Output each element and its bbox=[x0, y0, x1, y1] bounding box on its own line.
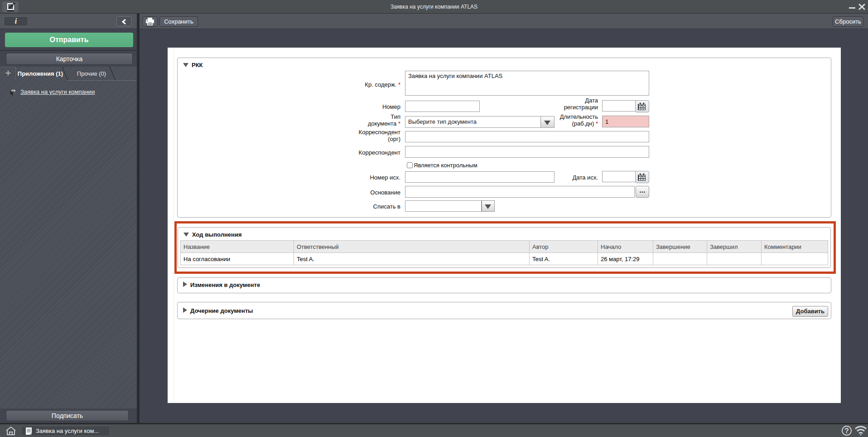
svg-text:?: ? bbox=[844, 427, 849, 435]
